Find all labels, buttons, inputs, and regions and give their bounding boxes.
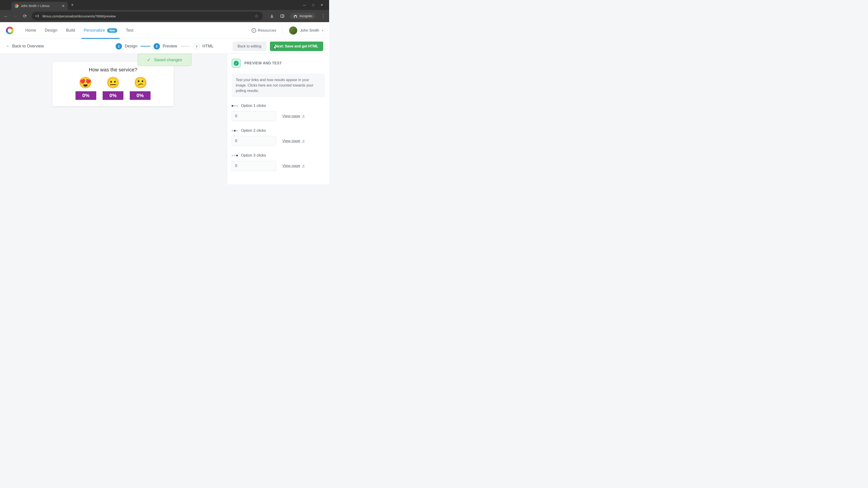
percent-1: 0% [75, 91, 96, 100]
nav-design[interactable]: Design [45, 22, 57, 39]
svg-rect-5 [281, 15, 284, 18]
address-bar[interactable]: litmus.com/personalize/documents/7868/pr… [32, 12, 263, 20]
svg-rect-0 [35, 15, 37, 16]
option-indicator [232, 105, 238, 107]
step-num-3: 3 [193, 43, 200, 50]
poll-preview-card: How was the service? 😍 😐 😕 0% 0% 0% [53, 62, 174, 106]
reload-icon[interactable]: ⟳ [22, 13, 28, 19]
window-controls: ― □ ✕ [303, 3, 327, 7]
kebab-menu-icon[interactable]: ⋮ [320, 13, 326, 19]
step-html[interactable]: 3 HTML [193, 43, 214, 50]
emoji-confused-icon[interactable]: 😕 [134, 77, 147, 88]
option-2-label: Option 2 clicks [241, 128, 266, 133]
back-to-overview-link[interactable]: ← Back to Overview [6, 44, 44, 48]
chevron-down-icon: ▾ [322, 29, 323, 32]
tab-title: John Smith > Litmus [21, 4, 59, 8]
preview-canvas: How was the service? 😍 😐 😕 0% 0% 0% [0, 54, 227, 184]
stepper: 1 Design 2 Preview 3 HTML [116, 43, 213, 50]
back-to-editing-button[interactable]: Back to editing [232, 41, 266, 51]
site-info-icon[interactable] [35, 14, 39, 18]
incognito-label: Incognito [300, 14, 312, 18]
emoji-love-icon[interactable]: 😍 [79, 77, 92, 88]
bookmark-star-icon[interactable]: ☆ [254, 13, 259, 19]
toast-text: Saved changes [154, 58, 182, 62]
new-badge: New [107, 28, 117, 33]
external-link-icon: ↗ [302, 114, 305, 118]
app-header: Home Design Build Personalize New Test i… [0, 22, 329, 39]
side-panel-icon[interactable] [280, 14, 285, 18]
step-connector [141, 46, 151, 46]
option-3-label: Option 3 clicks [241, 153, 266, 158]
new-tab-button[interactable]: + [71, 2, 74, 8]
step-num-1: 1 [116, 43, 122, 50]
svg-rect-1 [35, 16, 37, 17]
svg-rect-2 [37, 15, 39, 15]
option-2-count[interactable]: 0 [232, 136, 276, 146]
emoji-neutral-icon[interactable]: 😐 [106, 77, 120, 88]
option-2-view-link[interactable]: View page ↗ [282, 139, 305, 143]
forward-icon: → [13, 13, 18, 19]
downloads-icon[interactable] [269, 14, 275, 18]
svg-rect-3 [37, 16, 39, 16]
step-design[interactable]: 1 Design [116, 43, 137, 50]
sub-header: ← Back to Overview 1 Design 2 Preview 3 … [0, 39, 329, 54]
panel-header: ✓ PREVIEW AND TEST [232, 59, 324, 68]
emoji-row: 😍 😐 😕 [53, 77, 174, 88]
option-3-block: Option 3 clicks 0 View page ↗ [232, 153, 324, 171]
step-label-3: HTML [203, 44, 214, 48]
panel-description: Test your links and how results appear i… [232, 74, 324, 97]
nav-home[interactable]: Home [25, 22, 36, 39]
maximize-icon[interactable]: □ [312, 3, 314, 7]
back-icon[interactable]: ← [3, 13, 8, 19]
incognito-chip[interactable]: Incognito [290, 13, 315, 19]
favicon-icon [14, 4, 19, 8]
option-2-block: Option 2 clicks 0 View page ↗ [232, 128, 324, 146]
browser-chrome: John Smith > Litmus ✕ + ― □ ✕ ← → ⟳ litm… [0, 0, 329, 22]
panel-title: PREVIEW AND TEST [244, 61, 282, 65]
side-panel: ✓ PREVIEW AND TEST Test your links and h… [227, 54, 329, 184]
minimize-icon[interactable]: ― [303, 3, 306, 7]
resources-label: Resources [258, 28, 276, 33]
address-row: ← → ⟳ litmus.com/personalize/documents/7… [0, 10, 329, 22]
step-label-1: Design [125, 44, 137, 48]
url-text: litmus.com/personalize/documents/7868/pr… [42, 14, 251, 18]
percent-3: 0% [130, 91, 151, 100]
litmus-logo-icon[interactable] [6, 27, 13, 34]
browser-tab[interactable]: John Smith > Litmus ✕ [11, 2, 68, 10]
option-1-count[interactable]: 0 [232, 111, 276, 121]
arrow-left-icon: ← [6, 44, 10, 48]
option-1-view-link[interactable]: View page ↗ [282, 114, 305, 119]
avatar [289, 26, 297, 35]
percent-2: 0% [103, 91, 123, 100]
option-indicator [232, 155, 238, 156]
external-link-icon: ↗ [302, 139, 305, 143]
close-window-icon[interactable]: ✕ [320, 3, 323, 7]
option-1-label: Option 1 clicks [241, 103, 266, 108]
svg-rect-4 [37, 17, 39, 17]
nav-personalize[interactable]: Personalize New [84, 22, 117, 39]
tab-strip: John Smith > Litmus ✕ + ― □ ✕ [0, 0, 329, 10]
user-name: John Smith [300, 28, 319, 33]
nav-test[interactable]: Test [126, 22, 133, 39]
incognito-icon [293, 14, 298, 18]
check-icon: ✓ [147, 57, 151, 63]
percent-row: 0% 0% 0% [53, 91, 174, 100]
close-tab-icon[interactable]: ✕ [62, 4, 65, 8]
info-icon: i [252, 28, 256, 33]
user-menu[interactable]: John Smith ▾ [289, 26, 323, 35]
step-num-2: 2 [154, 43, 160, 50]
option-3-view-link[interactable]: View page ↗ [282, 164, 305, 168]
main-nav: Home Design Build Personalize New Test [25, 22, 133, 39]
resources-link[interactable]: i Resources [252, 28, 276, 33]
nav-build[interactable]: Build [66, 22, 75, 39]
saved-toast: ✓ Saved changes [138, 54, 191, 66]
back-label: Back to Overview [12, 44, 44, 48]
option-1-block: Option 1 clicks 0 View page ↗ [232, 103, 324, 121]
step-preview[interactable]: 2 Preview [154, 43, 177, 50]
next-save-html-button[interactable]: Next: Save and get HTML [270, 41, 323, 51]
step-connector [180, 46, 190, 46]
step-label-2: Preview [163, 44, 177, 48]
content-area: ✓ Saved changes How was the service? 😍 😐… [0, 54, 329, 184]
option-3-count[interactable]: 0 [232, 161, 276, 171]
external-link-icon: ↗ [302, 164, 305, 168]
